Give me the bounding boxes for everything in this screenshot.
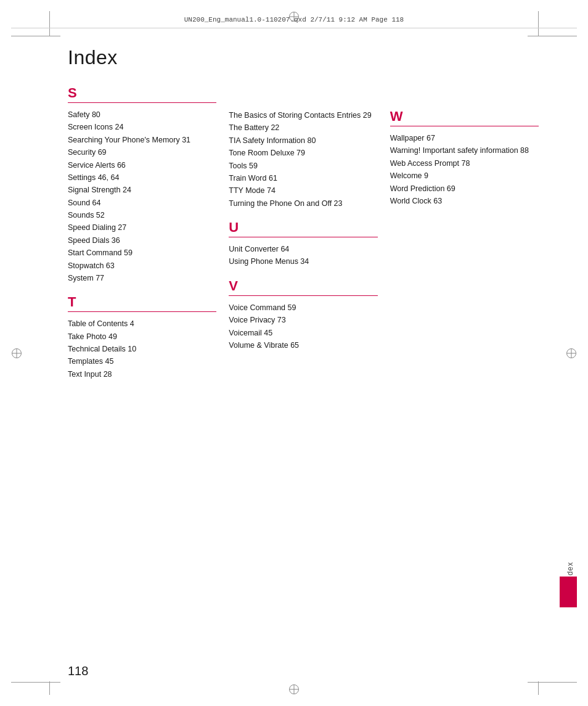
section-divider-t: [68, 311, 216, 312]
section-s: S Safety 80 Screen Icons 24 Searching Yo…: [68, 86, 216, 284]
entry-turning-phone: Turning the Phone On and Off 23: [229, 198, 377, 210]
entry-voice-command: Voice Command 59: [229, 302, 377, 314]
entry-unit-converter: Unit Converter 64: [229, 244, 377, 255]
column-2: The Basics of Storing Contacts Entries 2…: [229, 86, 390, 657]
entry-templates: Templates 45: [68, 356, 216, 367]
entry-tia-safety: TIA Safety Information 80: [229, 135, 377, 147]
entry-sound: Sound 64: [68, 197, 216, 209]
column-1: S Safety 80 Screen Icons 24 Searching Yo…: [68, 86, 229, 657]
entry-service-alerts: Service Alerts 66: [68, 160, 216, 171]
entry-security: Security 69: [68, 147, 216, 158]
entry-signal-strength: Signal Strength 24: [68, 184, 216, 196]
section-letter-u: U: [229, 221, 377, 234]
entry-wallpaper: Wallpaper 67: [390, 133, 539, 144]
content-area: S Safety 80 Screen Icons 24 Searching Yo…: [68, 86, 551, 657]
entry-text-input: Text Input 28: [68, 369, 216, 380]
entry-stopwatch: Stopwatch 63: [68, 260, 216, 272]
sidebar-tab: [560, 577, 577, 607]
entry-using-phone-menus: Using Phone Menus 34: [229, 256, 377, 268]
entry-train-word: Train Word 61: [229, 173, 377, 184]
section-letter-t: T: [68, 295, 216, 309]
header-bar: UN200_Eng_manual1.0-110207.qxd 2/7/11 9:…: [11, 11, 577, 28]
entry-world-clock: World Clock 63: [390, 195, 539, 207]
reg-mark-left: [12, 348, 22, 358]
section-u: U Unit Converter 64 Using Phone Menus 34: [229, 221, 377, 268]
entry-web-access-prompt: Web Access Prompt 78: [390, 158, 539, 170]
reg-mark-bottom: [289, 684, 299, 694]
section-divider-u: [229, 237, 377, 237]
section-t: T Table of Contents 4 Take Photo 49 Tech…: [68, 295, 216, 380]
entry-basics-storing: The Basics of Storing Contacts Entries 2…: [229, 110, 377, 121]
entry-voicemail: Voicemail 45: [229, 327, 377, 339]
corner-rule-tl-h: [11, 36, 60, 36]
section-divider-w: [390, 126, 539, 126]
column-3: W Wallpaper 67 Warning! Important safety…: [390, 86, 551, 657]
entry-take-photo: Take Photo 49: [68, 331, 216, 343]
section-letter-s: S: [68, 86, 216, 100]
section-v: V Voice Command 59 Voice Privacy 73 Voic…: [229, 279, 377, 352]
page-title: Index: [68, 46, 118, 69]
section-letter-v: V: [229, 279, 377, 293]
corner-rule-bl-v: [49, 681, 50, 695]
section-letter-w: W: [390, 110, 539, 123]
entry-battery: The Battery 22: [229, 122, 377, 134]
corner-rule-bl-h: [11, 682, 60, 683]
corner-rule-tr-h: [528, 36, 577, 36]
entry-speed-dials: Speed Dials 36: [68, 235, 216, 247]
entry-warning-important: Warning! Important safety information 88: [390, 145, 539, 157]
reg-mark-right: [566, 348, 576, 358]
entry-tty-mode: TTY Mode 74: [229, 185, 377, 197]
page-number: 118: [68, 664, 88, 678]
entry-tone-room: Tone Room Deluxe 79: [229, 147, 377, 159]
section-divider-v: [229, 295, 377, 296]
entry-safety: Safety 80: [68, 109, 216, 121]
entry-screen-icons: Screen Icons 24: [68, 121, 216, 133]
entry-word-prediction: Word Prediction 69: [390, 183, 539, 195]
entry-start-command: Start Command 59: [68, 247, 216, 259]
entry-tools: Tools 59: [229, 160, 377, 172]
header-text: UN200_Eng_manual1.0-110207.qxd 2/7/11 9:…: [184, 16, 404, 23]
entry-technical-details: Technical Details 10: [68, 343, 216, 355]
section-t-cont: The Basics of Storing Contacts Entries 2…: [229, 110, 377, 210]
corner-rule-br-h: [528, 682, 577, 683]
entry-welcome: Welcome 9: [390, 170, 539, 182]
entry-settings: Settings 46, 64: [68, 172, 216, 184]
entry-volume-vibrate: Volume & Vibrate 65: [229, 340, 377, 351]
entry-table-of-contents: Table of Contents 4: [68, 318, 216, 330]
entry-sounds: Sounds 52: [68, 210, 216, 221]
section-divider-s: [68, 102, 216, 103]
entry-voice-privacy: Voice Privacy 73: [229, 314, 377, 326]
corner-rule-br-v: [538, 681, 539, 695]
section-w: W Wallpaper 67 Warning! Important safety…: [390, 110, 539, 207]
entry-system: System 77: [68, 273, 216, 284]
entry-speed-dialing: Speed Dialing 27: [68, 222, 216, 234]
entry-searching: Searching Your Phone's Memory 31: [68, 134, 216, 146]
